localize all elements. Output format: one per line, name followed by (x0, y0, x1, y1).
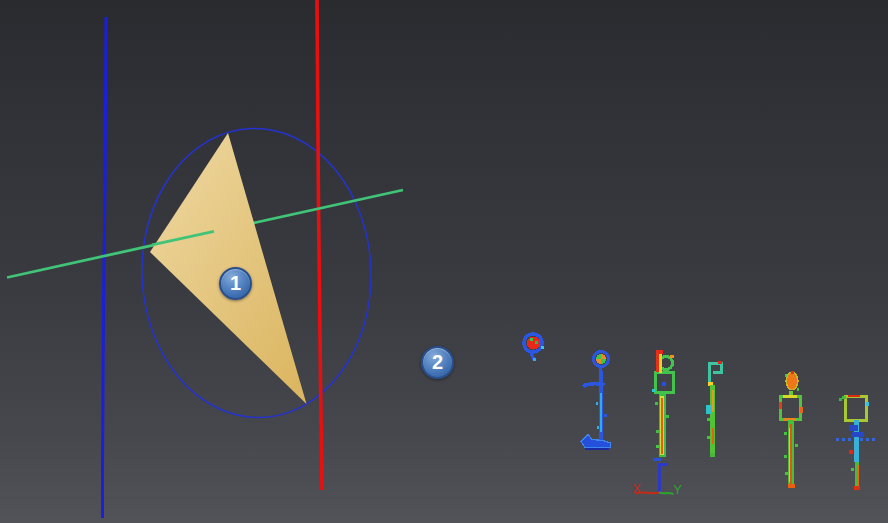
vertical-line-red[interactable] (317, 0, 322, 490)
point-cloud-pole-2[interactable] (706, 361, 723, 457)
annotation-badge-1[interactable]: 1 (219, 267, 252, 300)
point-cloud-pole-1[interactable] (652, 350, 674, 462)
point-cloud-figure-blue-mid[interactable] (836, 396, 877, 490)
annotation-badge-2[interactable]: 2 (421, 346, 454, 379)
y-axis-line (659, 493, 674, 495)
viewport-3d[interactable]: X Y 1 2 (0, 0, 888, 523)
point-cloud-balloon[interactable] (524, 334, 544, 361)
annotation-badge-1-label: 1 (230, 272, 241, 295)
vertical-line-blue[interactable] (103, 17, 107, 518)
y-axis-label: Y (673, 482, 682, 497)
point-cloud-figure-blue[interactable] (581, 352, 611, 451)
point-cloud-figure-orange-head[interactable] (779, 371, 803, 488)
annotation-badge-2-label: 2 (432, 351, 443, 374)
scene-canvas: X Y (0, 0, 888, 523)
x-axis-label: X (632, 481, 641, 496)
z-axis-line (660, 465, 669, 493)
axis-indicator: X Y (632, 465, 682, 497)
